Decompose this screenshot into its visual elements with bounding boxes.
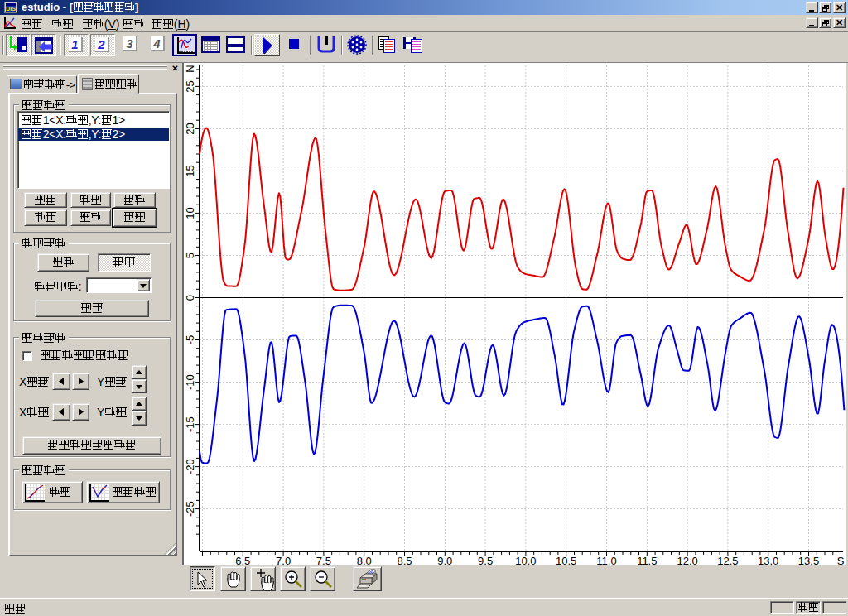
svg-text:5: 5 <box>184 253 196 258</box>
svg-text:8.5: 8.5 <box>397 555 412 565</box>
svg-text:7.5: 7.5 <box>316 555 331 565</box>
svg-text:N: N <box>184 65 196 72</box>
svg-text:9.5: 9.5 <box>478 555 493 565</box>
svg-text:-10: -10 <box>184 374 196 390</box>
svg-text:-15: -15 <box>184 416 196 432</box>
svg-text:S: S <box>837 555 845 565</box>
svg-text:25: 25 <box>184 80 196 92</box>
svg-text:11.0: 11.0 <box>596 555 616 565</box>
svg-text:11.5: 11.5 <box>637 555 657 565</box>
svg-text:-25: -25 <box>184 501 196 517</box>
svg-text:0: 0 <box>184 295 196 301</box>
svg-text:10.0: 10.0 <box>515 555 536 565</box>
svg-text:-5: -5 <box>184 335 196 345</box>
svg-text:-20: -20 <box>184 459 196 474</box>
svg-text:6.5: 6.5 <box>235 555 250 565</box>
svg-text:7.0: 7.0 <box>276 555 291 565</box>
svg-text:20: 20 <box>184 123 196 134</box>
svg-text:12.5: 12.5 <box>717 555 738 565</box>
svg-text:9.0: 9.0 <box>437 555 452 565</box>
svg-text:8.0: 8.0 <box>357 555 372 565</box>
svg-text:13.0: 13.0 <box>758 555 778 565</box>
svg-text:10: 10 <box>184 207 196 219</box>
svg-text:13.5: 13.5 <box>798 555 819 565</box>
svg-text:10.5: 10.5 <box>556 555 576 565</box>
svg-text:12.0: 12.0 <box>677 555 697 565</box>
svg-text:15: 15 <box>184 165 196 176</box>
